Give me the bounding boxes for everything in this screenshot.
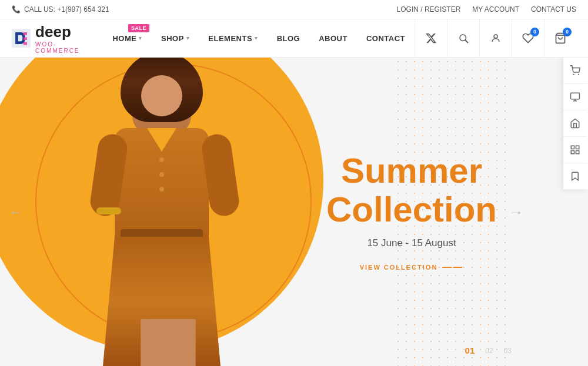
- nav-home-label: HOME: [112, 34, 136, 43]
- brand-sub: WOO-COMMERCE: [35, 41, 85, 54]
- nav-items: SALE HOME ▾ SHOP ▾ ELEMENTS ▾ BLOG ABOUT…: [103, 19, 415, 58]
- twitter-button[interactable]: [415, 19, 447, 58]
- svg-rect-11: [576, 146, 579, 149]
- search-button[interactable]: [447, 19, 479, 58]
- model-right-leg: [163, 319, 196, 366]
- model-face: [141, 75, 182, 116]
- contact-link[interactable]: CONTACT US: [531, 5, 576, 14]
- cta-arrow: ——: [442, 262, 463, 273]
- prev-arrow[interactable]: ←: [9, 204, 23, 220]
- hero-dates: 15 June - 15 August: [326, 237, 497, 249]
- svg-point-5: [573, 74, 574, 75]
- nav-about-label: ABOUT: [319, 34, 348, 43]
- nav-icons: 0 0: [415, 19, 576, 58]
- sidebar-bookmark-button[interactable]: [563, 163, 587, 190]
- sidebar-monitor-icon: [570, 92, 580, 102]
- chevron-icon: ▾: [186, 35, 190, 41]
- button2: [159, 172, 164, 177]
- button1: [159, 157, 164, 162]
- sidebar-bookmark-icon: [570, 171, 580, 182]
- cart-badge: 0: [563, 28, 572, 36]
- sidebar-cart-icon: [570, 65, 580, 76]
- nav-item-shop[interactable]: SHOP ▾: [152, 19, 199, 58]
- account-link[interactable]: MY ACCOUNT: [472, 5, 519, 14]
- chevron-icon: ▾: [139, 35, 142, 41]
- model-neckline: [147, 128, 176, 152]
- sidebar-home-icon: [570, 118, 580, 129]
- user-icon: [490, 33, 501, 43]
- brand-name: deep: [35, 23, 85, 41]
- bracelet: [96, 207, 121, 214]
- slide-indicator-3[interactable]: 03: [504, 347, 512, 355]
- twitter-icon: [425, 32, 437, 44]
- hero-model: [59, 58, 265, 366]
- sidebar-grid-button[interactable]: [563, 137, 587, 163]
- call-label: CALL US: +1(987) 654 321: [24, 5, 109, 14]
- sidebar-monitor-button[interactable]: [563, 84, 587, 110]
- hero-cta[interactable]: VIEW COLLECTION ——: [326, 262, 497, 273]
- svg-rect-0: [12, 29, 31, 48]
- cta-label: VIEW COLLECTION: [360, 264, 438, 271]
- slide-indicator-1[interactable]: 01: [465, 345, 475, 355]
- wishlist-button[interactable]: 0: [512, 19, 544, 58]
- nav-shop-label: SHOP: [161, 34, 184, 43]
- hero-text: Summer Collection 15 June - 15 August VI…: [326, 152, 497, 273]
- chevron-icon: ▾: [255, 35, 258, 41]
- svg-point-6: [578, 74, 579, 75]
- nav-item-blog[interactable]: BLOG: [268, 19, 310, 58]
- svg-rect-13: [576, 151, 579, 154]
- nav-item-elements[interactable]: ELEMENTS ▾: [199, 19, 267, 58]
- login-link[interactable]: LOGIN / REGISTER: [397, 5, 461, 14]
- logo-icon: [12, 26, 31, 51]
- nav-item-about[interactable]: ABOUT: [309, 19, 357, 58]
- logo-text: deep WOO-COMMERCE: [35, 23, 85, 54]
- nav-blog-label: BLOG: [277, 34, 300, 43]
- hero-section: Summer Collection 15 June - 15 August VI…: [0, 58, 588, 366]
- hero-title: Summer Collection: [326, 152, 497, 229]
- sidebar-cart-button[interactable]: [563, 58, 587, 84]
- right-sidebar: [563, 58, 588, 190]
- model-head: [132, 63, 191, 134]
- sidebar-home-button[interactable]: [563, 110, 587, 137]
- main-nav: deep WOO-COMMERCE SALE HOME ▾ SHOP ▾ ELE…: [0, 19, 588, 58]
- svg-point-3: [494, 35, 497, 38]
- nav-elements-label: ELEMENTS: [208, 34, 252, 43]
- cart-button[interactable]: 0: [544, 19, 576, 58]
- top-bar: 📞 CALL US: +1(987) 654 321 LOGIN / REGIS…: [0, 0, 588, 19]
- svg-rect-10: [571, 146, 574, 149]
- slide-indicators: 01 02 03: [465, 345, 512, 355]
- wishlist-badge: 0: [530, 28, 539, 36]
- model-torso: [115, 128, 209, 246]
- top-bar-right: LOGIN / REGISTER MY ACCOUNT CONTACT US: [397, 5, 576, 14]
- nav-contact-label: CONTACT: [366, 34, 405, 43]
- hero-title-line1: Summer: [341, 151, 482, 190]
- hero-title-line2: Collection: [326, 190, 497, 229]
- sale-badge: SALE: [128, 24, 149, 32]
- svg-line-2: [465, 40, 467, 42]
- search-icon: [458, 33, 469, 43]
- logo[interactable]: deep WOO-COMMERCE: [12, 23, 85, 54]
- nav-item-contact[interactable]: CONTACT: [357, 19, 415, 58]
- user-button[interactable]: [479, 19, 512, 58]
- sidebar-grid-icon: [570, 145, 580, 155]
- svg-rect-12: [571, 151, 574, 154]
- svg-rect-7: [571, 93, 580, 99]
- next-arrow[interactable]: →: [509, 204, 523, 220]
- nav-item-home[interactable]: SALE HOME ▾: [103, 19, 152, 58]
- button3: [159, 187, 164, 192]
- slide-indicator-2[interactable]: 02: [485, 347, 493, 355]
- phone-icon: 📞: [12, 5, 21, 14]
- top-bar-left: 📞 CALL US: +1(987) 654 321: [12, 5, 109, 14]
